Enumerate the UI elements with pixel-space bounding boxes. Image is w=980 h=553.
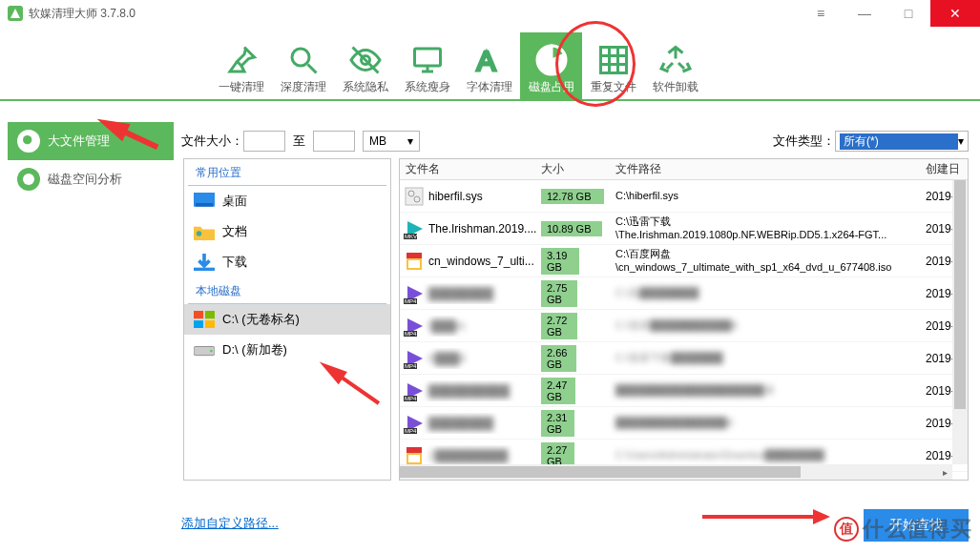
mp4-icon: MP4	[404, 348, 425, 369]
file-row[interactable]: MP4████████2.75 GBC:\迅████████2019-1	[400, 277, 968, 310]
file-path-cell: ████████████████████录	[615, 384, 926, 397]
file-size-cell: 2.66 GB	[541, 345, 615, 372]
toolbar-font[interactable]: A字体清理	[458, 32, 520, 99]
svg-rect-15	[205, 320, 215, 328]
maximize-button[interactable]: □	[886, 0, 930, 27]
svg-text:A: A	[476, 45, 495, 76]
col-date[interactable]: 创建日	[926, 161, 968, 177]
file-path-cell: C:\hiberfil.sys	[615, 190, 926, 202]
svg-point-10	[197, 231, 201, 236]
file-name-cell: MP4tt███4	[400, 348, 541, 369]
file-size-cell: 2.47 GB	[541, 378, 615, 404]
svg-rect-43	[407, 447, 422, 453]
magnify-user-icon	[17, 130, 40, 153]
mkv-icon: MKV	[404, 218, 425, 239]
file-path-cell: C:\迅雷下载███████	[615, 352, 926, 364]
monitor-icon	[408, 41, 447, 79]
svg-rect-25	[407, 253, 422, 258]
title-bar: 软媒清理大师 3.7.8.0 ≡ — □ ✕	[0, 0, 980, 27]
toolbar-monitor[interactable]: 系统瘦身	[396, 32, 458, 99]
close-button[interactable]: ✕	[930, 0, 980, 27]
file-name-cell: MP4t███m	[400, 316, 541, 337]
mp4-icon: MP4	[404, 316, 425, 337]
file-path-cell: C:\Users\Administrator\Downloa████████	[615, 449, 926, 461]
file-size-cell: 3.19 GB	[541, 248, 615, 275]
svg-text:MP4: MP4	[405, 396, 417, 401]
drive-item[interactable]: C:\ (无卷标名)	[184, 304, 390, 335]
to-label: 至	[293, 133, 305, 150]
filesize-label: 文件大小：	[181, 133, 243, 150]
nav-pie[interactable]: 磁盘空间分析	[8, 160, 174, 198]
size-max-input[interactable]	[313, 131, 355, 152]
svg-rect-13	[205, 311, 215, 318]
scroll-right-icon[interactable]: ▸	[937, 464, 952, 480]
vertical-scrollbar[interactable]	[952, 180, 968, 464]
file-size-cell: 10.89 GB	[541, 221, 615, 236]
minimize-button[interactable]: —	[843, 0, 886, 27]
recycle-icon	[657, 41, 695, 79]
file-row[interactable]: cn_windows_7_ulti...3.19 GBC:\百度网盘\cn_wi…	[400, 245, 968, 277]
file-name-cell: MP4████████	[400, 283, 541, 304]
file-size-cell: 2.75 GB	[541, 280, 615, 307]
col-size[interactable]: 大小	[541, 161, 615, 177]
iso-icon	[404, 445, 425, 466]
svg-text:MP4: MP4	[405, 331, 417, 337]
drive-item[interactable]: D:\ (新加卷)	[184, 335, 390, 365]
chevron-down-icon: ▾	[958, 134, 964, 148]
file-row[interactable]: MP4████████2.31 GB███████████████42019-1	[400, 407, 968, 440]
file-size-cell: 2.31 GB	[541, 410, 615, 437]
file-row[interactable]: MP4t███m2.72 GBC:\迅雷███████████42019-1	[400, 310, 968, 342]
file-row[interactable]: hiberfil.sys12.78 GBC:\hiberfil.sys2019-…	[400, 180, 968, 213]
watermark-badge-icon: 值	[834, 517, 859, 542]
broom-icon	[222, 41, 261, 79]
svg-text:MP4: MP4	[405, 298, 417, 304]
add-custom-path-link[interactable]: 添加自定义路径...	[181, 515, 279, 532]
file-name-cell: 2█████████	[400, 445, 541, 466]
horizontal-scrollbar[interactable]	[400, 464, 952, 480]
toolbar-recycle[interactable]: 软件卸载	[644, 32, 706, 99]
file-name-cell: MP4██████████	[400, 380, 541, 401]
toolbar-magnify[interactable]: 深度清理	[272, 32, 334, 99]
svg-rect-26	[408, 260, 420, 268]
file-row[interactable]: MKVThe.Irishman.2019....10.89 GBC:\迅雷下载\…	[400, 213, 968, 245]
location-folder-user[interactable]: 文档	[184, 216, 390, 247]
eye-slash-icon	[346, 41, 385, 79]
svg-rect-9	[196, 203, 213, 207]
iso-icon	[404, 251, 425, 272]
size-min-input[interactable]	[243, 131, 285, 152]
unit-select[interactable]: MB ▾	[363, 131, 420, 152]
location-desktop[interactable]: 桌面	[184, 186, 390, 216]
svg-rect-44	[408, 455, 420, 462]
col-filename[interactable]: 文件名	[400, 161, 541, 177]
file-path-cell: ███████████████4	[615, 417, 926, 429]
file-name-cell: hiberfil.sys	[400, 186, 541, 207]
magnify-icon	[284, 41, 323, 79]
svg-text:MKV: MKV	[405, 234, 417, 239]
pie-icon	[17, 168, 40, 191]
win-icon	[194, 311, 215, 328]
main-toolbar: 一键清理深度清理系统隐私系统瘦身A字体清理磁盘占用重复文件软件卸载	[0, 27, 980, 101]
file-path-cell: C:\百度网盘\cn_windows_7_ultimate_with_sp1_x…	[615, 248, 926, 273]
location-download[interactable]: 下载	[184, 247, 390, 277]
location-panel: 常用位置桌面文档下载本地磁盘C:\ (无卷标名)D:\ (新加卷)	[183, 158, 391, 481]
file-path-cell: C:\迅雷███████████4	[615, 319, 926, 332]
toolbar-eye-slash[interactable]: 系统隐私	[334, 32, 396, 99]
toolbar-broom[interactable]: 一键清理	[210, 32, 272, 99]
filter-row: 文件大小： 至 MB ▾ 文件类型： 所有(*) ▾	[181, 126, 969, 156]
toolbar-grid[interactable]: 重复文件	[582, 32, 644, 99]
mp4-icon: MP4	[404, 413, 425, 434]
file-path-cell: C:\迅████████	[615, 287, 926, 299]
file-row[interactable]: MP4tt███42.66 GBC:\迅雷下载███████2019-1	[400, 342, 968, 375]
sys-icon	[404, 186, 425, 207]
filetype-select[interactable]: 所有(*) ▾	[835, 131, 969, 152]
svg-rect-18	[406, 188, 423, 205]
file-path-cell: C:\迅雷下载\The.Irishman.2019.1080p.NF.WEBRi…	[615, 215, 926, 240]
svg-point-6	[23, 135, 31, 144]
grid-icon	[594, 41, 633, 79]
toolbar-disk[interactable]: 磁盘占用	[520, 32, 582, 99]
settings-icon[interactable]: ≡	[799, 0, 843, 27]
col-path[interactable]: 文件路径	[615, 161, 926, 177]
file-name-cell: MKVThe.Irishman.2019....	[400, 218, 541, 239]
desktop-icon	[194, 193, 215, 210]
file-row[interactable]: MP4██████████2.47 GB████████████████████…	[400, 375, 968, 407]
